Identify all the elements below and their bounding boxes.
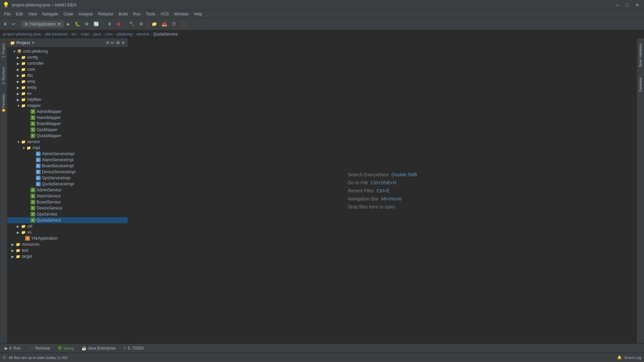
event-log-label[interactable]: Event Log [625,356,641,360]
maximize-button[interactable]: □ [624,2,631,8]
tab-java-enterprise[interactable]: ☕ Java Enterprise [78,345,119,352]
settings-icon[interactable]: ⚙ [116,40,120,45]
tree-item-config[interactable]: ▶ 📁 config [7,54,128,60]
right-strip-bean-validation[interactable]: Bean Validation [638,41,643,69]
tree-item-controller[interactable]: ▶ 📁 controller [7,60,128,66]
tree-item-boardmapper[interactable]: ▶ I BoardMapper [7,121,128,127]
app-class-icon: A [25,236,30,241]
tree-item-util[interactable]: ▶ 📁 util [7,223,128,229]
run-config-selector[interactable]: ⚙ YkkApplication ▼ [22,21,64,27]
run-with-coverage-button[interactable]: ⚙ [83,20,91,28]
breadcrumb-main[interactable]: main [81,32,90,37]
tab-spring[interactable]: 🌿Spring [54,345,77,352]
tree-item-deviceservice[interactable]: ▶ I DeviceService [7,205,128,211]
tree-item-emq[interactable]: ▶ 📁 emq [7,78,128,84]
breadcrumb-project[interactable]: project-yikekong-java [3,32,41,37]
tree-item-adminservice[interactable]: ▶ I AdminService [7,187,128,193]
breadcrumb-service[interactable]: service [137,32,149,37]
editor-area: Search Everywhere Double Shift Go to Fil… [128,38,637,343]
project-dropdown-icon[interactable]: ▼ [32,41,35,45]
download-icon[interactable]: ⬇ [1,20,9,28]
menu-code[interactable]: Code [61,11,76,17]
menu-refactor[interactable]: Refactor [96,11,116,17]
arrow-icon: ▼ [17,140,21,144]
tree-item-es[interactable]: ▶ 📁 es [7,90,128,97]
tree-item-boardservice[interactable]: ▶ I BoardService [7,199,128,205]
sync-icon[interactable]: ⟳ [106,40,110,45]
menu-build[interactable]: Build [116,11,130,17]
tree-item-gpsserviceimpl[interactable]: ▶ C GpsServiceImpl [7,175,128,181]
left-strip-favorites[interactable]: ⭐ Favorites [1,91,6,115]
tree-item-entity[interactable]: ▶ 📁 entity [7,84,128,90]
tree-item-test[interactable]: ▶ 📁 test [7,247,128,253]
breadcrumb-yikekong[interactable]: yikekong [116,32,132,37]
left-strip-project[interactable]: 1: Project [1,41,6,60]
tree-item-quotaservice[interactable]: ▶ I QuotaService [7,217,128,223]
menu-analyze[interactable]: Analyze [76,11,96,17]
menu-file[interactable]: File [1,11,13,17]
profile-button[interactable]: 🔄 [92,20,101,28]
minimize-button[interactable]: ─ [614,2,621,8]
tree-item-service[interactable]: ▼ 📁 service [7,139,128,145]
interface-icon-9: I [30,205,36,211]
vcs-update-button[interactable]: 📁 [150,20,159,28]
close-panel-icon[interactable]: ✕ [121,40,125,45]
tree-item-alarmmapper[interactable]: ▶ I AlarmMapper [7,115,128,121]
vcs-push-button[interactable]: 📤 [160,20,169,28]
hint-navbar-text: Navigation Bar [348,196,379,201]
interface-icon-7: I [30,193,36,199]
tab-run[interactable]: ▶ 4: Run [1,345,24,352]
project-title: 📁 Project ▼ [10,41,35,45]
menu-help[interactable]: Help [191,11,205,17]
run-button[interactable]: ▶ [65,20,72,28]
tree-item-core[interactable]: ▶ 📁 core [7,66,128,72]
tree-item-impl[interactable]: ▼ 📁 impl [7,145,128,151]
tree-item-gpsservice[interactable]: ▶ I GpsService [7,211,128,217]
tree-item-mapper[interactable]: ▼ 📁 mapper [7,103,128,109]
tree-item-deviceserviceimpl[interactable]: ▶ C DeviceServiceImpl [7,169,128,175]
vcs-history-button[interactable]: ⏱ [170,20,178,28]
menu-run[interactable]: Run [130,11,143,17]
tree-item-dto[interactable]: ▶ 📁 dto [7,72,128,78]
tree-item-gpsmapper[interactable]: ▶ I GpsMapper [7,127,128,133]
status-left: ☑ All files are up-to-date (today 11:40) [3,355,67,360]
arrow-icon: ▼ [13,50,17,53]
breadcrumb-quotaservice[interactable]: QuotaService [153,32,178,37]
breadcrumb-src[interactable]: src [71,32,77,37]
breadcrumb-backend[interactable]: ykk-backend [45,32,67,37]
menu-window[interactable]: Window [171,11,191,17]
breadcrumb-java[interactable]: java [94,32,101,37]
left-strip-structure[interactable]: 2: Structure [1,64,6,87]
tree-item-alarmservice[interactable]: ▶ I AlarmService [7,193,128,199]
menu-navigate[interactable]: Navigate [40,11,61,17]
tree-item-vo[interactable]: ▶ 📁 vo [7,229,128,235]
tree-item-quotaserviceimpl[interactable]: ▶ C QuotaServiceImpl [7,181,128,187]
settings-button[interactable]: ⚙ [137,20,145,28]
tree-item-com-yikekong[interactable]: ▼ 📦 com.yikekong [7,48,128,54]
collapse-icon[interactable]: ⇤ [111,40,115,45]
debug-button[interactable]: 🐛 [73,20,82,28]
tree-item-quotamapper[interactable]: ▶ I QuotaMapper [7,133,128,139]
menu-tools[interactable]: Tools [143,11,158,17]
tree-item-resources[interactable]: ▶ 📁 resources [7,241,128,247]
stop-button[interactable]: ⏹ [114,20,123,28]
pause-button[interactable]: ⏸ [105,20,114,28]
tree-item-adminmapper[interactable]: ▶ I AdminMapper [7,109,128,115]
undo-icon[interactable]: ↩ [10,20,17,28]
tree-item-alarmserviceimpl[interactable]: ▶ C AlarmServiceImpl [7,157,128,163]
breadcrumb-com[interactable]: com [105,32,113,37]
tree-item-httpfilter[interactable]: ▶ 📁 httpfilter [7,97,128,103]
menu-edit[interactable]: Edit [13,11,25,17]
tab-todo[interactable]: ✓ 6: TODO [120,345,147,352]
right-strip-database[interactable]: Database [638,75,643,95]
tab-terminal[interactable]: ⬛ Terminal [25,345,53,352]
tree-item-ykkapplication[interactable]: ▶ A YkkApplication [7,235,128,241]
tree-item-target[interactable]: ▶ 📁 target [7,253,128,259]
menu-vcs[interactable]: VCS [158,11,172,17]
tree-item-adminserviceimpl[interactable]: ▶ C AdminServiceImpl [7,151,128,157]
menu-view[interactable]: View [25,11,40,17]
terminal-button[interactable]: ⬛ [179,20,188,28]
tree-item-boardserviceimpl[interactable]: ▶ C BoardServiceImpl [7,163,128,169]
build-project-button[interactable]: 🔨 [127,20,137,28]
close-button[interactable]: ✕ [633,2,641,8]
